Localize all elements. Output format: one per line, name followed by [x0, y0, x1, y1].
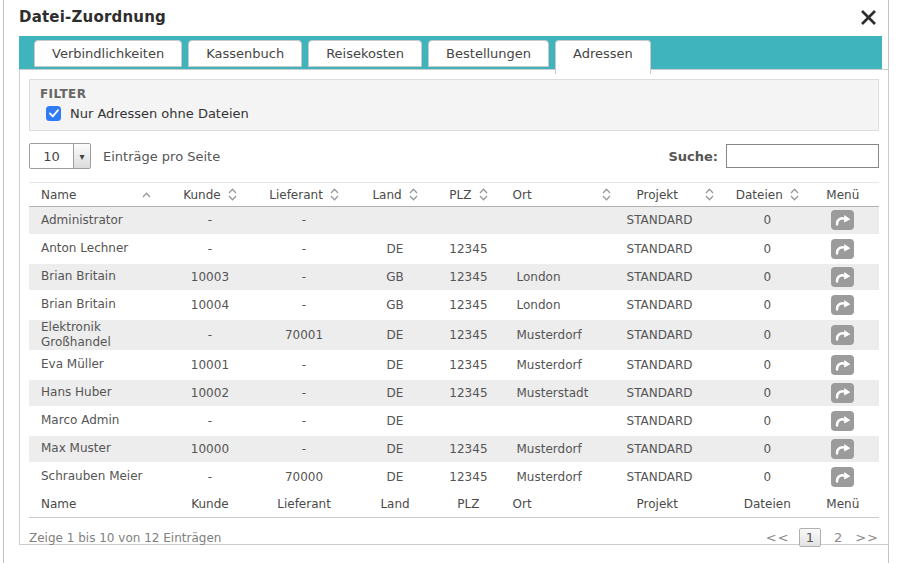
sort-desc-icon [409, 195, 418, 201]
close-button[interactable] [856, 5, 880, 29]
cell-kunde: - [165, 463, 254, 491]
sort-asc-icon [705, 188, 714, 194]
cell-lieferant: - [254, 407, 353, 435]
row-menu-button[interactable] [831, 295, 854, 315]
cell-name: Max Muster [29, 435, 165, 463]
sort-asc-icon [409, 188, 418, 194]
sort-both-icon [330, 188, 339, 201]
tab-kassenbuch[interactable]: Kassenbuch [188, 40, 302, 67]
sort-asc-icon [228, 188, 237, 194]
sort-desc-icon [602, 195, 611, 201]
cell-projekt: STANDARD [625, 207, 728, 235]
row-menu-button[interactable] [831, 355, 854, 375]
cell-kunde: - [165, 207, 254, 235]
cell-dateien: 0 [728, 435, 807, 463]
forward-arrow-icon [831, 325, 854, 345]
table-row: Hans Huber10002-DE12345MusterstadtSTANDA… [29, 379, 879, 407]
column-header-plz[interactable]: PLZ [436, 183, 500, 207]
cell-kunde: - [165, 407, 254, 435]
row-menu-button[interactable] [831, 439, 854, 459]
table-body: Administrator--STANDARD0Anton Lechner--D… [29, 207, 879, 491]
row-menu-button[interactable] [831, 239, 854, 259]
cell-lieferant: 70000 [254, 463, 353, 491]
cell-name: Schrauben Meier [29, 463, 165, 491]
footer-column-lieferant: Lieferant [254, 491, 353, 518]
tab-reisekosten[interactable]: Reisekosten [308, 40, 422, 67]
row-menu-button[interactable] [831, 383, 854, 403]
forward-arrow-icon [831, 411, 854, 431]
cell-land: DE [354, 351, 437, 379]
cell-dateien: 0 [728, 235, 807, 263]
sort-both-icon [790, 188, 799, 201]
tab-bar: VerbindlichkeitenKassenbuchReisekostenBe… [19, 36, 882, 69]
table-row: Eva Müller10001-DE12345MusterdorfSTANDAR… [29, 351, 879, 379]
column-header-dateien[interactable]: Dateien [728, 183, 807, 207]
entries-info: Zeige 1 bis 10 von 12 Einträgen [29, 531, 221, 545]
checkmark-icon [49, 109, 59, 118]
footer-column-dateien: Dateien [728, 491, 807, 518]
filter-checkbox[interactable] [46, 106, 61, 121]
sort-both-icon [705, 188, 714, 201]
cell-name: Brian Britain [29, 263, 165, 291]
column-header-name[interactable]: Name [29, 183, 165, 207]
tab-adressen[interactable]: Adressen [555, 40, 651, 74]
search-input[interactable] [726, 144, 879, 168]
cell-plz: 12345 [436, 435, 500, 463]
pagination-page-1[interactable]: 1 [799, 528, 821, 547]
sort-both-icon [228, 188, 237, 201]
cell-plz: 12345 [436, 351, 500, 379]
table-row: Marco Admin--DESTANDARD0 [29, 407, 879, 435]
cell-dateien: 0 [728, 463, 807, 491]
column-label: Ort [513, 188, 532, 202]
cell-name: Marco Admin [29, 407, 165, 435]
cell-menu [807, 319, 879, 351]
cell-ort: Musterdorf [501, 435, 625, 463]
cell-land: DE [354, 235, 437, 263]
cell-projekt: STANDARD [625, 379, 728, 407]
dialog-title: Datei-Zuordnung [19, 8, 166, 26]
cell-plz: 12345 [436, 319, 500, 351]
cell-dateien: 0 [728, 263, 807, 291]
column-label: Menü [826, 188, 859, 202]
cell-lieferant: - [254, 263, 353, 291]
row-menu-button[interactable] [831, 267, 854, 287]
row-menu-button[interactable] [831, 210, 854, 230]
row-menu-button[interactable] [831, 467, 854, 487]
cell-ort: London [501, 263, 625, 291]
pagination-page-2[interactable]: 2 [830, 529, 846, 546]
cell-projekt: STANDARD [625, 435, 728, 463]
datei-zuordnung-dialog: Datei-Zuordnung VerbindlichkeitenKassenb… [3, 0, 889, 563]
row-menu-button[interactable] [831, 325, 854, 345]
footer-column-plz: PLZ [436, 491, 500, 518]
pagination: << 12 >> [766, 528, 879, 547]
footer-column-land: Land [354, 491, 437, 518]
column-header-projekt[interactable]: Projekt [625, 183, 728, 207]
cell-plz [436, 207, 500, 235]
cell-kunde: 10001 [165, 351, 254, 379]
cell-kunde: 10002 [165, 379, 254, 407]
page-size-select[interactable]: 10 ▾ [29, 143, 91, 169]
cell-dateien: 0 [728, 291, 807, 319]
column-header-ort[interactable]: Ort [501, 183, 625, 207]
cell-lieferant: - [254, 379, 353, 407]
forward-arrow-icon [831, 267, 854, 287]
filter-heading: FILTER [40, 87, 868, 101]
column-header-land[interactable]: Land [354, 183, 437, 207]
column-header-kunde[interactable]: Kunde [165, 183, 254, 207]
column-label: Land [372, 188, 401, 202]
cell-kunde: - [165, 319, 254, 351]
footer-column-ort: Ort [501, 491, 625, 518]
row-menu-button[interactable] [831, 411, 854, 431]
cell-land: DE [354, 319, 437, 351]
sort-desc-icon [479, 195, 488, 201]
footer-column-name: Name [29, 491, 165, 518]
cell-lieferant: - [254, 351, 353, 379]
tab-bestellungen[interactable]: Bestellungen [428, 40, 549, 67]
column-header-lieferant[interactable]: Lieferant [254, 183, 353, 207]
column-label: Name [41, 188, 76, 202]
tab-verbindlichkeiten[interactable]: Verbindlichkeiten [34, 40, 182, 67]
pagination-next[interactable]: >> [855, 530, 879, 545]
pagination-prev[interactable]: << [766, 530, 790, 545]
cell-lieferant: - [254, 291, 353, 319]
cell-menu [807, 351, 879, 379]
